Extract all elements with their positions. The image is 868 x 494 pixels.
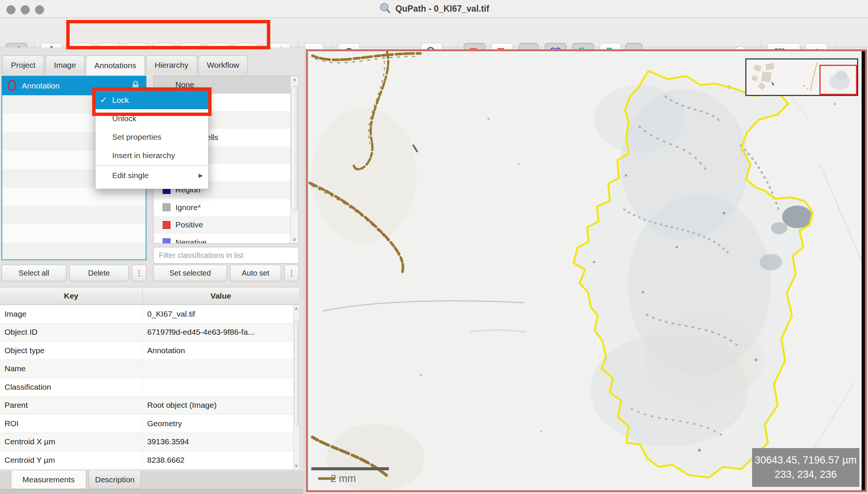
property-row-image[interactable]: Image0_KI67_val.tif xyxy=(0,305,293,323)
overview-viewport-rect[interactable] xyxy=(819,65,857,95)
scroll-up-icon[interactable]: ∧ xyxy=(294,305,299,313)
classification-item-ignore[interactable]: Ignore* xyxy=(154,199,291,217)
annotation-list-empty-row xyxy=(2,188,146,206)
classification-scroll-thumb[interactable] xyxy=(291,86,298,210)
properties-table: Key Value Image0_KI67_val.tif Object ID6… xyxy=(0,287,299,469)
classification-scrollbar[interactable]: ∧ ∨ xyxy=(290,76,298,243)
value-column-header[interactable]: Value xyxy=(143,287,299,305)
positive-color-swatch xyxy=(163,221,171,229)
menu-item-edit-single[interactable]: Edit single ▶ xyxy=(96,166,208,184)
auto-set-button[interactable]: Auto set xyxy=(230,265,281,281)
qupath-window: QuPath - 0_KI67_val.tif xyxy=(0,0,868,494)
overview-thumbnail[interactable] xyxy=(745,58,858,96)
menu-item-unlock[interactable]: Unlock xyxy=(96,109,208,128)
tab-project[interactable]: Project xyxy=(2,55,44,74)
menu-item-lock[interactable]: ✓ Lock xyxy=(96,91,208,109)
set-selected-button[interactable]: Set selected xyxy=(153,265,227,281)
annotation-list-empty-row xyxy=(2,224,146,243)
properties-scroll-thumb[interactable] xyxy=(294,320,298,425)
property-row-object-id[interactable]: Object ID67197f9d-ed45-4e63-9f86-fa... xyxy=(0,323,293,342)
property-row-roi[interactable]: ROIGeometry xyxy=(0,415,293,433)
classification-item-negative[interactable]: Negative xyxy=(154,234,291,244)
viewer-canvas[interactable]: 2 mm 30643.45, 7196.57 µm 233, 234, 236 xyxy=(308,51,865,490)
scale-bar-label: 2 mm xyxy=(330,473,356,485)
tab-image[interactable]: Image xyxy=(45,55,84,74)
menu-item-insert-in-hierarchy[interactable]: Insert in hierarchy xyxy=(96,146,208,165)
annotation-more-button[interactable]: ⋮ xyxy=(132,265,146,281)
select-all-button[interactable]: Select all xyxy=(2,265,66,281)
submenu-arrow-icon: ▶ xyxy=(198,172,203,179)
check-icon: ✓ xyxy=(100,95,107,105)
annotation-list-empty-row xyxy=(2,243,146,260)
menu-item-set-properties[interactable]: Set properties xyxy=(96,128,208,146)
negative-color-swatch xyxy=(163,238,171,244)
tab-measurements[interactable]: Measurements xyxy=(11,471,86,489)
scroll-down-icon[interactable]: ∨ xyxy=(291,236,298,243)
slide-image xyxy=(308,51,865,490)
classification-item-positive[interactable]: Positive xyxy=(154,216,291,234)
panel-viewer-divider[interactable] xyxy=(303,47,306,494)
property-row-object-type[interactable]: Object typeAnnotation xyxy=(0,342,293,360)
property-row-centroid-y[interactable]: Centroid Y µm8238.6662 xyxy=(0,451,293,470)
key-column-header[interactable]: Key xyxy=(0,287,143,305)
property-row-centroid-x[interactable]: Centroid X µm39136.3594 xyxy=(0,433,293,451)
delete-button[interactable]: Delete xyxy=(69,265,129,281)
cursor-position-overlay: 30643.45, 7196.57 µm 233, 234, 236 xyxy=(752,448,859,487)
annotation-list-empty-row xyxy=(2,206,146,224)
toolbar: S 0.45x xyxy=(0,18,868,47)
annotation-shape-icon xyxy=(7,80,18,92)
scroll-up-icon[interactable]: ∧ xyxy=(291,76,298,84)
menu-separator xyxy=(96,165,208,166)
panel-tabs: Project Image Annotations Hierarchy Work… xyxy=(2,55,248,74)
classification-more-button[interactable]: ⋮ xyxy=(284,265,299,281)
viewer-edge-strip xyxy=(862,51,865,490)
property-row-name[interactable]: Name xyxy=(0,360,293,378)
tab-hierarchy[interactable]: Hierarchy xyxy=(146,55,197,74)
properties-scrollbar[interactable]: ∧ ∨ xyxy=(293,305,299,470)
qupath-logo-icon xyxy=(379,2,391,16)
scale-bar xyxy=(311,467,389,470)
classification-filter-input[interactable] xyxy=(153,247,299,264)
tab-description[interactable]: Description xyxy=(88,471,141,489)
cursor-position-microns: 30643.45, 7196.57 µm xyxy=(755,453,857,467)
tab-annotations[interactable]: Annotations xyxy=(86,55,145,75)
panel-bottom-strip xyxy=(0,489,303,494)
slide-viewer: 2 mm 30643.45, 7196.57 µm 233, 234, 236 xyxy=(306,49,867,492)
property-row-parent[interactable]: ParentRoot object (Image) xyxy=(0,396,293,415)
annotation-item-label: Annotation xyxy=(22,81,59,90)
properties-table-header: Key Value xyxy=(0,287,299,305)
ignore-color-swatch xyxy=(163,203,171,211)
window-title: QuPath - 0_KI67_val.tif xyxy=(395,4,489,14)
properties-rows: Image0_KI67_val.tif Object ID67197f9d-ed… xyxy=(0,305,293,470)
property-row-classification[interactable]: Classification xyxy=(0,378,293,396)
cursor-pixel-value: 233, 234, 236 xyxy=(775,468,837,482)
titlebar: QuPath - 0_KI67_val.tif xyxy=(0,0,868,18)
bottom-tabs: Measurements Description xyxy=(0,471,303,494)
tab-workflow[interactable]: Workflow xyxy=(198,55,248,74)
annotation-context-menu: ✓ Lock Unlock Set properties Insert in h… xyxy=(95,90,209,189)
scroll-down-icon[interactable]: ∨ xyxy=(294,462,299,470)
